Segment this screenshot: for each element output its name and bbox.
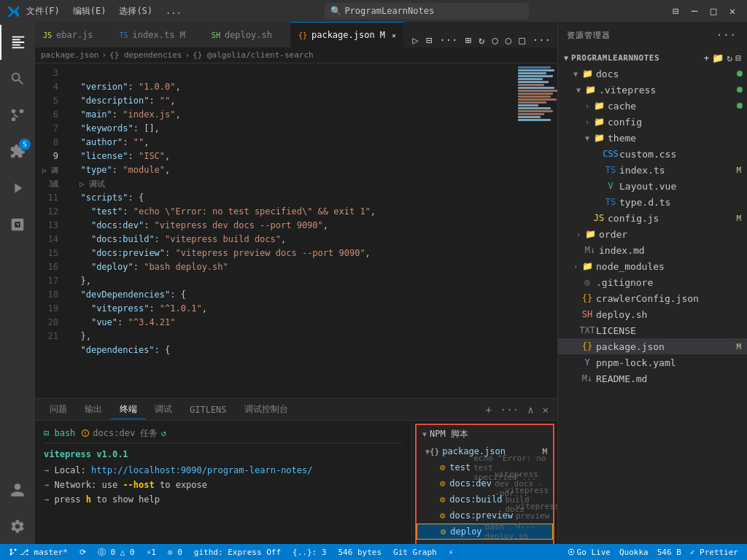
activity-git[interactable]: [0, 98, 35, 133]
tree-index-md[interactable]: M↓ index.md: [558, 242, 747, 258]
breadcrumb-item-2[interactable]: {} dependencies: [109, 50, 182, 60]
panel-tab-gitlens[interactable]: GITLENS: [181, 402, 236, 418]
layout-icon[interactable]: ⊟: [667, 2, 684, 20]
tree-docs[interactable]: ▼ 📁 docs: [558, 66, 747, 82]
status-git-graph[interactable]: Git Graph: [390, 548, 440, 557]
panel-tab-debug[interactable]: 调试: [146, 400, 181, 419]
menu-file[interactable]: 文件(F): [20, 4, 66, 19]
tree-config-js[interactable]: JS config.js M: [558, 210, 747, 226]
sync-icon[interactable]: ↻: [476, 33, 487, 47]
folder-icon: 📁: [593, 100, 605, 112]
panel-close-icon[interactable]: ✕: [540, 402, 551, 417]
modified-badge: M: [736, 342, 741, 351]
tab-close-icon[interactable]: ✕: [392, 31, 396, 39]
tab-ebar-js[interactable]: JS ebar.js ✕: [35, 22, 112, 47]
local-url[interactable]: http://localhost:9090/program-learn-note…: [91, 465, 312, 475]
layout-icon2[interactable]: ⊞: [463, 33, 473, 47]
expand-arrow: ›: [581, 102, 593, 110]
menu-edit[interactable]: 编辑(E): [67, 4, 112, 19]
panel-tab-problems[interactable]: 问题: [41, 400, 76, 419]
activity-search[interactable]: [0, 61, 35, 96]
status-quokka[interactable]: Quokka: [616, 548, 651, 557]
new-folder-icon[interactable]: 📁: [712, 52, 724, 63]
tree-vitepress[interactable]: ▼ 📁 .vitepress: [558, 82, 747, 98]
window-icon[interactable]: □: [516, 33, 527, 47]
section-programlearnnotes[interactable]: ▼ PROGRAMLEARNNOTES + 📁 ↻ ⊟: [558, 50, 747, 66]
code-content[interactable]: "version": "1.0.0", "description": "", "…: [64, 63, 514, 398]
activity-run[interactable]: [0, 171, 35, 206]
new-file-icon[interactable]: +: [704, 52, 710, 63]
status-ext1[interactable]: ⚡1: [144, 548, 159, 557]
npm-script-docs-preview[interactable]: ⚙ docs:preview vitepress preview d...: [417, 508, 553, 524]
tree-index-ts-theme[interactable]: TS index.ts M: [558, 162, 747, 178]
activity-settings[interactable]: [0, 509, 35, 544]
activity-npm[interactable]: [0, 207, 35, 242]
tree-config[interactable]: › 📁 config: [558, 114, 747, 130]
ts-icon: TS: [605, 196, 616, 208]
sidebar-icon-1[interactable]: ···: [715, 28, 738, 42]
activity-account[interactable]: [0, 472, 35, 508]
tree-package-json[interactable]: {} package.json M: [558, 338, 747, 354]
status-prettier[interactable]: ✓ Prettier: [687, 548, 741, 557]
explorer-section: ▼ PROGRAMLEARNNOTES + 📁 ↻ ⊟ ▼ 📁 docs ▼: [558, 48, 747, 388]
bash-terminal-label[interactable]: ⊟ bash: [44, 427, 75, 440]
tab-index-ts[interactable]: TS index.ts M ✕: [112, 22, 204, 47]
panel-add-icon[interactable]: +: [482, 402, 494, 417]
status-go-live[interactable]: Go Live: [565, 548, 614, 557]
activity-extensions[interactable]: S: [0, 134, 35, 169]
split-icon[interactable]: ⊟: [424, 33, 434, 47]
more-icon[interactable]: ···: [437, 33, 460, 47]
status-bytes[interactable]: 546 bytes: [335, 548, 384, 557]
tree-theme[interactable]: ▼ 📁 theme: [558, 130, 747, 146]
status-format[interactable]: {..}: 3: [290, 548, 329, 557]
run-icon[interactable]: ▷: [410, 33, 420, 47]
tree-deploy-sh[interactable]: SH deploy.sh: [558, 306, 747, 322]
status-errors[interactable]: ⓪ 0 △ 0: [95, 547, 138, 558]
tree-cache[interactable]: › 📁 cache: [558, 98, 747, 114]
search-bar[interactable]: 🔍 ProgramLearnNotes: [325, 3, 529, 19]
tree-license[interactable]: TXT LICENSE: [558, 322, 747, 338]
tree-type-dts[interactable]: TS type.d.ts: [558, 194, 747, 210]
refresh-icon[interactable]: ↻: [727, 52, 732, 63]
collapse-all-icon[interactable]: ⊟: [735, 52, 741, 63]
tree-crawler-config[interactable]: {} crawlerConfig.json: [558, 290, 747, 306]
status-sync[interactable]: ⟳: [77, 548, 89, 557]
overflow-icon[interactable]: ···: [530, 33, 553, 47]
status-file-size[interactable]: 546 B: [654, 548, 684, 557]
activity-explorer[interactable]: [0, 25, 35, 60]
tab-deploy-sh[interactable]: SH deploy.sh ✕: [204, 22, 290, 47]
tree-gitignore[interactable]: ◎ .gitignore: [558, 274, 747, 290]
misc-icon[interactable]: ○: [489, 33, 500, 47]
tree-node-modules[interactable]: › 📁 node_modules: [558, 258, 747, 274]
panel-split-icon[interactable]: ···: [498, 402, 522, 417]
panel-tab-terminal[interactable]: 终端: [111, 400, 146, 419]
outline-header[interactable]: ▼ 大纲: [417, 543, 553, 544]
status-flash[interactable]: ⚡: [446, 548, 457, 557]
script-label-docs-dev: docs:dev: [449, 478, 492, 489]
tree-custom-css[interactable]: CSS custom.css: [558, 146, 747, 162]
panel-tab-debug-console[interactable]: 调试控制台: [236, 400, 297, 419]
menu-more[interactable]: ...: [160, 4, 187, 18]
panel-tab-output[interactable]: 输出: [76, 400, 111, 419]
panel-up-icon[interactable]: ∧: [525, 402, 536, 417]
maximize-icon[interactable]: □: [705, 2, 722, 20]
minimize-icon[interactable]: ─: [686, 2, 703, 20]
npm-script-deploy[interactable]: ⚙ deploy bash deploy.sh: [417, 524, 553, 540]
code-editor[interactable]: 345678 9 ▷ 调试 101112131415 161718192021 …: [35, 63, 557, 398]
tab-package-json[interactable]: {} package.json M ✕: [290, 22, 403, 47]
status-ext2[interactable]: ⊙ 0: [165, 548, 185, 557]
status-branch[interactable]: ⎇ master*: [6, 548, 71, 557]
misc-icon2[interactable]: ○: [503, 33, 514, 47]
terminal-left[interactable]: ⊟ bash docs:dev 任务 ↺ vitepress v1.0.1 → …: [35, 421, 411, 544]
tree-order[interactable]: › 📁 order: [558, 226, 747, 242]
tree-pnpm-lock[interactable]: Y pnpm-lock.yaml: [558, 354, 747, 370]
breadcrumb-item-3[interactable]: {} @algolia/client-search: [193, 50, 314, 60]
npm-scripts-header[interactable]: ▼ NPM 脚本: [417, 425, 553, 443]
breadcrumb-item-1[interactable]: package.json: [41, 50, 98, 60]
tree-readme-md[interactable]: M↓ README.md: [558, 370, 747, 386]
tree-layout-vue[interactable]: V Layout.vue: [558, 178, 747, 194]
close-icon[interactable]: ✕: [724, 2, 741, 20]
status-githd[interactable]: githd: Express Off: [191, 548, 284, 557]
docs-dev-task-label[interactable]: docs:dev 任务 ↺: [81, 427, 166, 440]
menu-select[interactable]: 选择(S): [113, 4, 158, 19]
